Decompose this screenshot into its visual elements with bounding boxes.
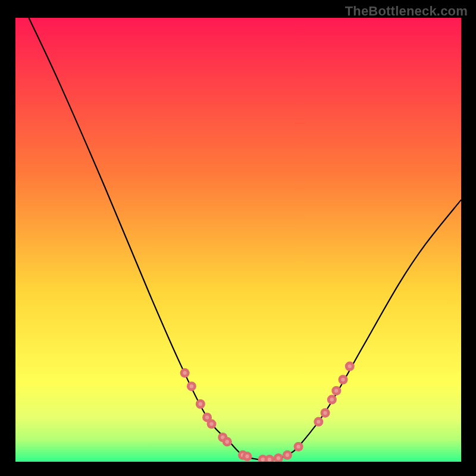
marker-inner bbox=[209, 422, 213, 425]
marker-inner bbox=[341, 378, 345, 381]
marker-point bbox=[321, 408, 330, 418]
plot-area bbox=[15, 18, 461, 462]
marker-inner bbox=[348, 364, 352, 368]
marker-point bbox=[331, 386, 341, 396]
marker-inner bbox=[226, 440, 229, 443]
marker-point bbox=[187, 381, 196, 391]
marker-inner bbox=[330, 397, 334, 401]
marker-point bbox=[339, 375, 348, 384]
marker-inner bbox=[199, 402, 202, 406]
chart-frame: TheBottleneck.com bbox=[0, 0, 476, 476]
attribution-text: TheBottleneck.com bbox=[345, 4, 468, 19]
marker-point bbox=[207, 419, 217, 429]
marker-point bbox=[196, 399, 205, 409]
marker-point bbox=[283, 450, 292, 460]
marker-point bbox=[294, 442, 303, 452]
marker-inner bbox=[205, 415, 209, 419]
marker-inner bbox=[334, 389, 338, 392]
marker-inner bbox=[183, 371, 186, 375]
marker-point bbox=[223, 437, 232, 446]
gradient-background bbox=[15, 18, 461, 462]
marker-point bbox=[242, 452, 252, 461]
marker-inner bbox=[190, 384, 193, 388]
marker-inner bbox=[245, 455, 249, 458]
marker-point bbox=[345, 362, 355, 371]
marker-inner bbox=[261, 458, 265, 461]
marker-inner bbox=[277, 456, 280, 460]
marker-inner bbox=[323, 411, 327, 415]
marker-point bbox=[180, 368, 190, 378]
marker-inner bbox=[317, 420, 320, 424]
marker-point bbox=[314, 417, 323, 427]
marker-point bbox=[327, 395, 337, 405]
marker-inner bbox=[268, 458, 271, 461]
marker-inner bbox=[296, 444, 300, 448]
chart-svg bbox=[15, 18, 461, 462]
marker-inner bbox=[286, 453, 289, 457]
